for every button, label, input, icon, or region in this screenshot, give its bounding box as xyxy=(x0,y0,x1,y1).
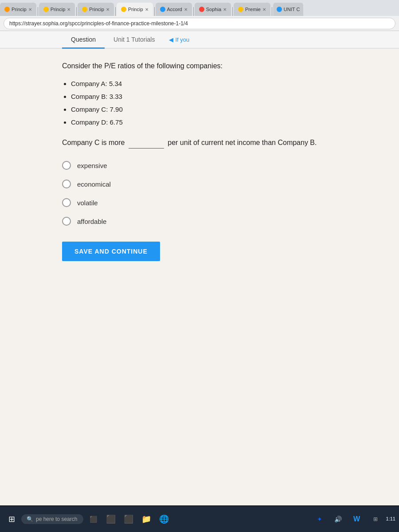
tab-4-close[interactable]: ✕ xyxy=(143,7,149,12)
tab-6-close[interactable]: ✕ xyxy=(221,7,227,12)
company-c: Company C: 7.90 xyxy=(71,105,337,114)
tab-3-label: Princip xyxy=(89,7,104,12)
tab-separator-2 xyxy=(76,7,77,16)
fill-blank-sentence: Company C is more per unit of current ne… xyxy=(62,137,337,149)
tab-7-label: Premie xyxy=(245,7,261,12)
tab-7-close[interactable]: ✕ xyxy=(261,7,266,12)
tab-5[interactable]: Accord ✕ xyxy=(156,3,192,16)
tab-separator-3 xyxy=(115,7,116,16)
taskbar-word-icon[interactable]: W xyxy=(349,511,365,527)
tab-separator-4 xyxy=(154,7,155,16)
tab-bar: Princip ✕ Princip ✕ Princip ✕ Princip ✕ … xyxy=(0,0,399,16)
search-icon: 🔍 xyxy=(27,516,33,522)
browser-chrome: Princip ✕ Princip ✕ Princip ✕ Princip ✕ … xyxy=(0,0,399,31)
option-economical-label: economical xyxy=(77,180,111,188)
tab-3-favicon xyxy=(82,7,87,12)
tab-3[interactable]: Princip ✕ xyxy=(78,3,114,16)
main-content: Consider the P/E ratios of the following… xyxy=(0,49,399,505)
tab-2-favicon xyxy=(43,7,49,12)
tab-separator-5 xyxy=(193,7,194,16)
tab-1-favicon xyxy=(4,7,10,12)
option-volatile[interactable]: volatile xyxy=(62,198,337,207)
radio-expensive[interactable] xyxy=(62,161,71,170)
back-btn-label: If you xyxy=(175,36,189,43)
tab-question[interactable]: Question xyxy=(62,31,105,49)
taskbar-app-3[interactable]: 📁 xyxy=(138,511,154,527)
nav-tabs-row: Question Unit 1 Tutorials ◀ If you xyxy=(0,31,399,49)
time-display: 1:11 xyxy=(386,516,395,522)
tab-separator-7 xyxy=(272,7,272,16)
taskbar-app-2[interactable]: ⬛ xyxy=(121,511,137,527)
company-list: Company A: 5.34 Company B: 3.33 Company … xyxy=(62,79,337,127)
tab-5-label: Accord xyxy=(167,7,182,12)
tab-2-close[interactable]: ✕ xyxy=(65,7,70,12)
unit-tutorials-label: Unit 1 Tutorials xyxy=(113,36,155,43)
tab-1-close[interactable]: ✕ xyxy=(27,7,32,12)
fill-blank-prefix: Company C is more xyxy=(62,139,125,146)
tab-6[interactable]: Sophia ✕ xyxy=(195,3,231,16)
taskbar-dropbox-icon[interactable]: ✦ xyxy=(312,511,328,527)
taskbar-time: 1:11 xyxy=(386,516,395,522)
tab-6-label: Sophia xyxy=(206,7,221,12)
company-b: Company B: 3.33 xyxy=(71,92,337,101)
tab-separator-6 xyxy=(232,7,233,16)
address-bar-row: https://strayer.sophia.org/spcc/principl… xyxy=(0,16,399,31)
question-tab-label: Question xyxy=(71,36,96,43)
fill-blank-suffix: per unit of current net income than Comp… xyxy=(168,139,317,146)
taskbar-search[interactable]: 🔍 pe here to search xyxy=(21,514,83,524)
option-expensive-label: expensive xyxy=(77,162,107,169)
option-expensive[interactable]: expensive xyxy=(62,161,337,170)
radio-volatile[interactable] xyxy=(62,198,71,207)
tab-separator-1 xyxy=(38,7,38,16)
radio-economical[interactable] xyxy=(62,180,71,188)
tab-7[interactable]: Premie ✕ xyxy=(234,3,270,16)
company-d: Company D: 6.75 xyxy=(71,117,337,127)
tab-6-favicon xyxy=(199,7,204,12)
taskbar: ⊞ 🔍 pe here to search ⬛ ⬛ ⬛ 📁 🌐 ✦ 🔊 W ⊞ … xyxy=(0,506,399,532)
company-a: Company A: 5.34 xyxy=(71,79,337,88)
save-continue-label: SAVE AND CONTINUE xyxy=(74,248,148,255)
radio-affordable[interactable] xyxy=(62,217,71,226)
taskbar-grid-icon[interactable]: ⊞ xyxy=(368,511,383,527)
tab-7-favicon xyxy=(238,7,243,12)
tab-5-close[interactable]: ✕ xyxy=(182,7,188,12)
tab-2-label: Princip xyxy=(51,7,66,12)
option-affordable-label: affordable xyxy=(77,218,106,225)
tab-5-favicon xyxy=(160,7,165,12)
option-affordable[interactable]: affordable xyxy=(62,217,337,226)
option-economical[interactable]: economical xyxy=(62,180,337,188)
address-bar[interactable]: https://strayer.sophia.org/spcc/principl… xyxy=(4,18,395,29)
taskbar-app-4[interactable]: 🌐 xyxy=(156,511,172,527)
tab-4[interactable]: Princip ✕ xyxy=(117,3,153,16)
back-arrow-icon: ◀ xyxy=(169,36,173,43)
back-button[interactable]: ◀ If you xyxy=(164,33,195,47)
taskbar-app-1[interactable]: ⬛ xyxy=(103,511,119,527)
tab-8-label: UNIT C xyxy=(284,7,300,12)
taskview-icon[interactable]: ⬛ xyxy=(85,511,101,527)
option-volatile-label: volatile xyxy=(77,199,98,207)
tab-2[interactable]: Princip ✕ xyxy=(39,3,75,16)
tab-unit-tutorials[interactable]: Unit 1 Tutorials xyxy=(105,31,164,49)
url-text: https://strayer.sophia.org/spcc/principl… xyxy=(9,20,188,27)
question-intro: Consider the P/E ratios of the following… xyxy=(62,62,337,70)
search-placeholder: pe here to search xyxy=(36,516,77,522)
windows-search-icon[interactable]: ⊞ xyxy=(4,511,20,527)
options-list: expensive economical volatile affordable xyxy=(62,161,337,226)
tab-4-favicon xyxy=(121,7,126,12)
save-continue-button[interactable]: SAVE AND CONTINUE xyxy=(62,242,160,261)
blank-space xyxy=(129,137,164,149)
tab-3-close[interactable]: ✕ xyxy=(104,7,110,12)
tab-8-favicon xyxy=(277,7,282,12)
tab-1-label: Princip xyxy=(12,7,27,12)
taskbar-right: ✦ 🔊 W ⊞ 1:11 xyxy=(312,511,395,527)
taskbar-speaker-icon[interactable]: 🔊 xyxy=(330,511,346,527)
tab-8[interactable]: UNIT C xyxy=(273,3,303,16)
tab-1[interactable]: Princip ✕ xyxy=(0,3,36,16)
tab-4-label: Princip xyxy=(128,7,143,12)
